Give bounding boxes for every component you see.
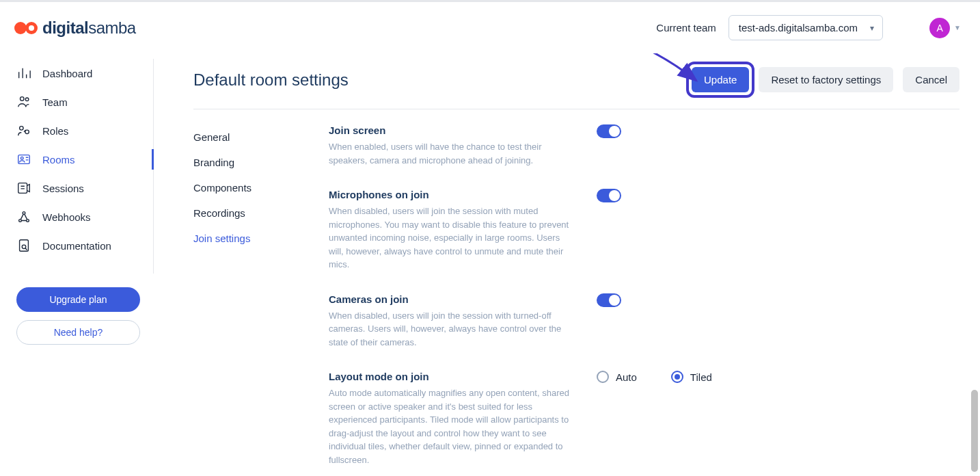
cancel-button[interactable]: Cancel	[903, 67, 959, 92]
sidebar-item-dashboard[interactable]: Dashboard	[16, 59, 153, 88]
settings-list: Join screen When enabled, users will hav…	[329, 124, 959, 476]
logo-icon	[14, 20, 40, 36]
sidebar-item-roles[interactable]: Roles	[16, 116, 153, 145]
team-icon	[16, 95, 31, 109]
subnav-item-branding[interactable]: Branding	[193, 150, 329, 175]
scrollbar[interactable]	[971, 390, 978, 472]
sidebar-item-label: Rooms	[42, 154, 75, 166]
sidebar-item-label: Roles	[42, 125, 68, 137]
radio-layout-tiled[interactable]: Tiled	[671, 371, 712, 383]
subnav-item-recordings[interactable]: Recordings	[193, 200, 329, 226]
need-help-button[interactable]: Need help?	[16, 320, 140, 345]
svg-point-11	[19, 220, 22, 222]
radio-layout-auto[interactable]: Auto	[597, 371, 637, 383]
setting-desc: When enabled, users will have the chance…	[329, 140, 575, 167]
toggle-cameras[interactable]	[597, 293, 621, 307]
sidebar-item-label: Documentation	[42, 240, 111, 252]
setting-cameras-on-join: Cameras on join When disabled, users wil…	[329, 293, 959, 349]
reset-button[interactable]: Reset to factory settings	[759, 67, 893, 92]
setting-desc: Auto mode automatically magnifies any op…	[329, 386, 575, 466]
dashboard-icon	[16, 66, 31, 80]
svg-point-12	[27, 220, 29, 222]
radio-label: Tiled	[690, 371, 712, 383]
setting-desc: When disabled, users will join the sessi…	[329, 309, 575, 349]
setting-title: Cameras on join	[329, 293, 575, 305]
radio-label: Auto	[616, 371, 637, 383]
chevron-down-icon: ▼	[954, 24, 961, 31]
sidebar-item-rooms[interactable]: Rooms	[16, 145, 153, 174]
radio-icon	[671, 371, 683, 383]
sessions-icon	[16, 181, 31, 195]
setting-title: Microphones on join	[329, 189, 575, 200]
main-content: Default room settings Update Reset to fa…	[154, 53, 980, 476]
svg-rect-9	[18, 183, 27, 194]
upgrade-plan-button[interactable]: Upgrade plan	[16, 287, 140, 312]
svg-point-3	[21, 97, 25, 101]
team-select-value: test-ads.digitalsamba.com	[739, 22, 858, 34]
svg-point-2	[29, 25, 34, 31]
setting-layout-mode: Layout mode on join Auto mode automatica…	[329, 371, 959, 466]
radio-icon	[597, 371, 609, 383]
sidebar-item-label: Team	[42, 96, 68, 108]
setting-desc: When disabled, users will join the sessi…	[329, 204, 575, 272]
subnav-item-general[interactable]: General	[193, 124, 329, 150]
setting-title: Join screen	[329, 124, 575, 136]
setting-title: Layout mode on join	[329, 371, 575, 382]
sidebar-item-label: Sessions	[42, 183, 84, 194]
toggle-join-screen[interactable]	[597, 124, 621, 138]
setting-microphones-on-join: Microphones on join When disabled, users…	[329, 189, 959, 272]
svg-point-10	[23, 212, 25, 215]
logo[interactable]: digitalsamba	[14, 18, 136, 38]
sidebar-item-documentation[interactable]: Documentation	[16, 231, 153, 260]
sidebar: Dashboard Team Roles Rooms Sessions Webh…	[0, 53, 154, 476]
subnav-item-join-settings[interactable]: Join settings	[193, 226, 329, 251]
svg-point-4	[25, 98, 29, 101]
page-header: Default room settings Update Reset to fa…	[193, 53, 959, 109]
avatar: A	[929, 18, 950, 38]
sidebar-item-label: Webhooks	[42, 211, 91, 223]
update-button[interactable]: Update	[692, 67, 749, 92]
user-menu[interactable]: A ▼	[929, 18, 961, 38]
app-header: digitalsamba Current team test-ads.digit…	[0, 2, 980, 53]
current-team-label: Current team	[656, 22, 716, 34]
setting-join-screen: Join screen When enabled, users will hav…	[329, 124, 959, 167]
team-select[interactable]: test-ads.digitalsamba.com	[729, 15, 883, 40]
sidebar-item-webhooks[interactable]: Webhooks	[16, 202, 153, 231]
sidebar-item-team[interactable]: Team	[16, 88, 153, 116]
documentation-icon	[16, 239, 31, 252]
webhooks-icon	[16, 210, 31, 224]
settings-subnav: General Branding Components Recordings J…	[193, 124, 329, 476]
svg-point-0	[14, 22, 27, 34]
rooms-icon	[16, 153, 31, 166]
roles-icon	[16, 124, 31, 137]
svg-point-8	[21, 157, 23, 159]
sidebar-item-label: Dashboard	[42, 68, 92, 79]
sidebar-item-sessions[interactable]: Sessions	[16, 174, 153, 202]
svg-point-5	[20, 127, 23, 131]
toggle-microphones[interactable]	[597, 189, 621, 202]
subnav-item-components[interactable]: Components	[193, 175, 329, 200]
logo-text: digitalsamba	[42, 18, 136, 38]
page-title: Default room settings	[193, 70, 349, 90]
